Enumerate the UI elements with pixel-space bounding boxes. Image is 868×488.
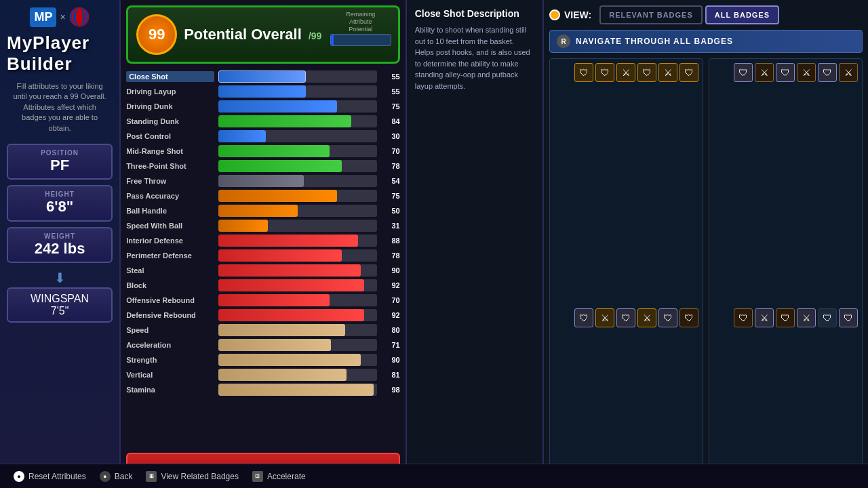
attribute-bar — [218, 294, 330, 306]
badge-icon[interactable]: 🛡 — [616, 308, 635, 327]
badge-icon[interactable]: ⚔ — [755, 308, 774, 327]
badge-icon[interactable]: 🛡 — [818, 308, 837, 327]
square-button-icon: ⊞ — [146, 471, 157, 482]
attribute-row[interactable]: Stamina98 — [126, 384, 400, 396]
attribute-bar-container — [218, 130, 377, 142]
back-label: Back — [115, 472, 133, 481]
attribute-value: 75 — [381, 102, 400, 110]
attribute-row[interactable]: Offensive Rebound70 — [126, 294, 400, 306]
badge-icon[interactable]: ⚔ — [755, 63, 774, 82]
attribute-name: Interior Defense — [126, 237, 214, 245]
navigate-text: NAVIGATE THROUGH ALL BADGES — [576, 37, 733, 46]
attribute-bar-container — [218, 220, 377, 232]
navigate-bar: R NAVIGATE THROUGH ALL BADGES — [549, 30, 863, 53]
attribute-row[interactable]: Standing Dunk84 — [126, 115, 400, 127]
badge-icon[interactable]: ⚔ — [839, 63, 858, 82]
badge-icon[interactable]: ⚔ — [797, 308, 816, 327]
badge-icon[interactable]: ⚔ — [797, 63, 816, 82]
tab-all-badges[interactable]: ALL BADGES — [705, 5, 779, 24]
attributes-list[interactable]: Close Shot55Driving Layup55Driving Dunk7… — [121, 69, 406, 449]
attribute-bar-container — [218, 279, 377, 291]
attribute-row[interactable]: Speed With Ball31 — [126, 220, 400, 232]
nba-logo-icon — [69, 7, 90, 27]
badge-icon[interactable]: ⚔ — [658, 63, 677, 82]
left-description: Fill attributes to your liking until you… — [7, 81, 113, 134]
attribute-row[interactable]: Acceleration71 — [126, 339, 400, 351]
weight-box: WEIGHT 242 lbs — [7, 227, 113, 263]
dark-button-icon: ● — [100, 471, 111, 482]
attribute-row[interactable]: Steal90 — [126, 264, 400, 277]
view-badges-action[interactable]: ⊞ View Related Badges — [146, 471, 239, 482]
attribute-row[interactable]: Speed80 — [126, 324, 400, 336]
attribute-bar — [218, 339, 331, 351]
attribute-row[interactable]: Free Throw54 — [126, 175, 400, 187]
overall-header: 99 Potential Overall /99 RemainingAttrib… — [126, 5, 400, 64]
attribute-bar — [218, 235, 358, 247]
tab-relevant-badges[interactable]: RELEVANT BADGES — [599, 5, 703, 24]
attribute-bar — [218, 115, 351, 127]
attribute-row[interactable]: Post Control30 — [126, 130, 400, 142]
badge-icon[interactable]: 🛡 — [574, 63, 593, 82]
attribute-row[interactable]: Vertical81 — [126, 369, 400, 381]
badge-icon[interactable]: 🛡 — [658, 308, 677, 327]
attribute-row[interactable]: Defensive Rebound92 — [126, 309, 400, 321]
attribute-value: 50 — [381, 207, 400, 215]
attribute-row[interactable]: Three-Point Shot78 — [126, 160, 400, 172]
badge-icon[interactable]: 🛡 — [839, 308, 858, 327]
attribute-row[interactable]: Close Shot55 — [126, 70, 400, 83]
left-panel: MP × MyPlayer Builder Fill attributes to… — [0, 0, 121, 488]
attribute-row[interactable]: Driving Dunk75 — [126, 100, 400, 113]
position-box: POSITION PF — [7, 144, 113, 180]
attribute-bar-container — [218, 70, 377, 83]
badges-grid: S-TIER BADGES 🛡 🛡 ⚔ 🛡 ⚔ 🛡 🛡 ⚔ 🛡 ⚔ 🛡 🛡 — [549, 58, 863, 488]
badge-icon[interactable]: 🛡 — [818, 63, 837, 82]
badge-icon[interactable]: 🛡 — [776, 308, 795, 327]
attribute-value: 78 — [381, 251, 400, 260]
attribute-name: Vertical — [126, 371, 214, 379]
attribute-name: Offensive Rebound — [126, 296, 214, 304]
accelerate-action[interactable]: ⊡ Accelerate — [252, 471, 306, 482]
badge-icon[interactable]: 🛡 — [679, 308, 698, 327]
attribute-row[interactable]: Mid-Range Shot70 — [126, 145, 400, 157]
back-action[interactable]: ● Back — [100, 471, 133, 482]
attribute-bar-container — [218, 190, 377, 202]
badge-icon[interactable]: ⚔ — [595, 308, 614, 327]
attribute-bar-container — [218, 369, 377, 381]
s-tier-box: S-TIER BADGES 🛡 🛡 ⚔ 🛡 ⚔ 🛡 🛡 ⚔ 🛡 ⚔ 🛡 🛡 — [549, 58, 703, 488]
view-badges-label: View Related Badges — [161, 472, 239, 481]
a-tier-label: A-TIER BADGES — [713, 63, 720, 488]
badge-icon[interactable]: 🛡 — [734, 63, 753, 82]
attribute-name: Pass Accuracy — [126, 192, 214, 200]
attribute-bar-container — [218, 205, 377, 217]
attribute-bar-container — [218, 160, 377, 172]
badge-icon[interactable]: 🛡 — [595, 63, 614, 82]
badge-icon[interactable]: ⚔ — [637, 308, 656, 327]
badge-icon[interactable]: 🛡 — [776, 63, 795, 82]
attribute-bar — [218, 160, 342, 172]
builder-title: MyPlayer Builder — [7, 33, 113, 75]
bottom-bar: ● Reset Attributes ● Back ⊞ View Related… — [0, 464, 868, 488]
badge-icon[interactable]: 🛡 — [574, 308, 593, 327]
attribute-row[interactable]: Interior Defense88 — [126, 235, 400, 247]
badges-top-row: S-TIER BADGES 🛡 🛡 ⚔ 🛡 ⚔ 🛡 🛡 ⚔ 🛡 ⚔ 🛡 🛡 — [549, 58, 863, 488]
badge-icon[interactable]: 🛡 — [679, 63, 698, 82]
attribute-row[interactable]: Perimeter Defense78 — [126, 249, 400, 262]
attribute-bar — [218, 175, 304, 187]
attribute-name: Post Control — [126, 132, 214, 140]
reset-action[interactable]: ● Reset Attributes — [14, 471, 86, 482]
attribute-bar — [218, 70, 305, 83]
attribute-name: Acceleration — [126, 341, 214, 349]
badge-icon[interactable]: 🛡 — [734, 308, 753, 327]
attribute-row[interactable]: Block92 — [126, 279, 400, 291]
attribute-bar — [218, 100, 337, 113]
badge-icon[interactable]: ⚔ — [616, 63, 635, 82]
attribute-bar — [218, 205, 298, 217]
attribute-row[interactable]: Driving Layup55 — [126, 85, 400, 98]
attribute-row[interactable]: Pass Accuracy75 — [126, 190, 400, 202]
attribute-row[interactable]: Ball Handle50 — [126, 205, 400, 217]
attribute-value: 71 — [381, 341, 400, 349]
wingspan-label: WINGSPAN — [11, 293, 108, 305]
attribute-row[interactable]: Strength90 — [126, 354, 400, 366]
view-tabs: VIEW: RELEVANT BADGES ALL BADGES — [549, 5, 863, 24]
badge-icon[interactable]: 🛡 — [637, 63, 656, 82]
